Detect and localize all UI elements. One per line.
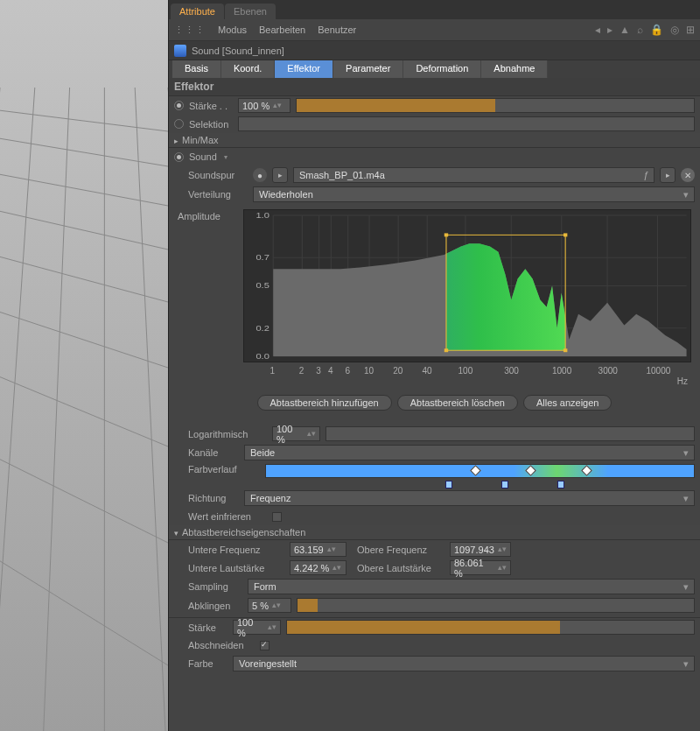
viewport[interactable] — [0, 0, 169, 731]
sound-object-icon — [174, 45, 186, 57]
color-dropdown[interactable]: Voreingestellt — [233, 656, 695, 671]
decay-value[interactable]: 5 %▴▾ — [248, 598, 291, 613]
gradient-editor[interactable] — [265, 464, 695, 478]
soundfile-field[interactable]: Smash_BP_01.m4aƒ — [293, 167, 654, 183]
new-icon[interactable]: ⊞ — [686, 24, 695, 36]
anim-key-button[interactable]: ● — [253, 168, 267, 182]
nav-up-icon[interactable]: ▲ — [620, 24, 630, 36]
upper-vol-label: Obere Lautstärke — [357, 563, 444, 573]
channels-row: Kanäle Beide — [169, 443, 700, 462]
channels-label: Kanäle — [188, 447, 239, 458]
strength2-row: Stärke 100 %▴▾ — [169, 618, 700, 636]
selection-row: Selektion — [169, 115, 700, 133]
menu-user[interactable]: Benutzer — [318, 25, 356, 35]
distribution-row: Verteilung Wiederholen — [169, 185, 700, 204]
nav-fwd-icon[interactable]: ▸ — [607, 24, 612, 36]
svg-rect-39 — [564, 233, 567, 236]
clip-checkbox[interactable] — [260, 641, 270, 650]
svg-text:0.0: 0.0 — [256, 351, 270, 361]
selection-label: Selektion — [189, 119, 233, 130]
menu-mode[interactable]: Modus — [218, 25, 247, 35]
sound-header: Sound — [189, 151, 217, 162]
play-button[interactable]: ▸ — [272, 167, 288, 183]
sampling-dropdown[interactable]: Form — [248, 579, 695, 594]
svg-text:0.2: 0.2 — [256, 322, 270, 332]
chart-buttons: Abtastbereich hinzufügen Abtastbereich l… — [169, 390, 700, 416]
minmax-row[interactable]: ▸Min/Max — [169, 133, 700, 148]
nav-back-icon[interactable]: ◂ — [595, 24, 600, 36]
show-all-button[interactable]: Alles anzeigen — [523, 395, 612, 411]
toolbar: ⋮⋮⋮ Modus Bearbeiten Benutzer ◂ ▸ ▲ ⌕ 🔒 … — [169, 19, 700, 41]
sampling-props-header[interactable]: ▾Abtastbereichseigenschaften — [169, 525, 700, 540]
clip-label: Abschneiden — [188, 640, 255, 650]
chevron-down-icon: ▾ — [174, 529, 178, 538]
tab-layers[interactable]: Ebenen — [225, 4, 276, 19]
direction-row: Richtung Frequenz — [169, 489, 700, 508]
svg-rect-36 — [444, 348, 448, 352]
upper-freq-label: Obere Frequenz — [357, 545, 444, 555]
selection-field[interactable] — [238, 116, 695, 131]
upper-freq-value[interactable]: 1097.943▴▾ — [450, 542, 511, 557]
browse-button[interactable]: ▸ — [660, 167, 676, 183]
vol-row: Untere Lautstärke 4.242 %▴▾ Obere Lautst… — [169, 559, 700, 577]
attribute-panel: Attribute Ebenen ⋮⋮⋮ Modus Bearbeiten Be… — [169, 0, 700, 731]
amplitude-chart[interactable]: 0.00.20.50.71.0 — [243, 209, 691, 362]
strength-radio[interactable] — [174, 101, 184, 110]
strength2-slider[interactable] — [286, 620, 695, 635]
subtab-deformation[interactable]: Deformation — [403, 60, 481, 78]
search-icon[interactable]: ⌕ — [637, 24, 643, 36]
x-axis-unit: Hz — [243, 376, 691, 386]
add-range-button[interactable]: Abtastbereich hinzufügen — [257, 395, 392, 411]
lower-vol-value[interactable]: 4.242 %▴▾ — [290, 560, 346, 575]
gradient-row: Farbverlauf — [169, 462, 700, 489]
strength2-label: Stärke — [188, 622, 228, 633]
strength-value[interactable]: 100 %▴▾ — [238, 98, 290, 113]
decay-row: Abklingen 5 %▴▾ — [169, 596, 700, 615]
sound-radio[interactable] — [174, 152, 184, 162]
decay-slider[interactable] — [297, 598, 695, 613]
subtabs: Basis Koord. Effektor Parameter Deformat… — [169, 60, 700, 78]
svg-text:0.7: 0.7 — [256, 252, 270, 262]
strength-slider[interactable] — [296, 98, 695, 113]
svg-rect-37 — [444, 233, 448, 236]
distribution-label: Verteilung — [188, 189, 248, 200]
grip-icon[interactable]: ⋮⋮⋮ — [174, 25, 206, 36]
panel-tabs: Attribute Ebenen — [169, 0, 700, 19]
section-effektor: Effektor — [169, 78, 700, 96]
subtab-parameter[interactable]: Parameter — [333, 60, 403, 78]
lower-freq-value[interactable]: 63.159▴▾ — [290, 542, 346, 557]
log-label: Logarithmisch — [188, 429, 267, 439]
svg-text:1.0: 1.0 — [256, 209, 270, 219]
freeze-row: Wert einfrieren — [169, 508, 700, 525]
selection-radio[interactable] — [174, 119, 184, 129]
log-row: Logarithmisch 100 %▴▾ — [169, 425, 700, 443]
decay-label: Abklingen — [188, 601, 242, 611]
svg-rect-0 — [0, 0, 168, 731]
freeze-checkbox[interactable] — [272, 512, 282, 522]
delete-range-button[interactable]: Abtastbereich löschen — [397, 395, 518, 411]
lock-icon[interactable]: 🔒 — [650, 24, 663, 36]
tab-attribute[interactable]: Attribute — [171, 4, 224, 19]
clear-button[interactable]: ✕ — [681, 168, 695, 182]
svg-text:0.5: 0.5 — [256, 280, 270, 290]
chevron-down-icon[interactable]: ▾ — [224, 153, 228, 161]
upper-vol-value[interactable]: 86.061 %▴▾ — [450, 560, 511, 575]
subtab-koord[interactable]: Koord. — [221, 60, 275, 78]
strength2-value[interactable]: 100 %▴▾ — [233, 620, 281, 635]
soundtrack-row: Soundspur ● ▸ Smash_BP_01.m4aƒ ▸ ✕ — [169, 165, 700, 185]
lower-freq-label: Untere Frequenz — [188, 545, 284, 555]
distribution-dropdown[interactable]: Wiederholen — [253, 186, 695, 202]
lower-vol-label: Untere Lautstärke — [188, 563, 284, 573]
menu-edit[interactable]: Bearbeiten — [259, 25, 305, 35]
object-title-bar: Sound [Sound_innen] — [169, 41, 700, 60]
log-slider[interactable] — [326, 426, 695, 441]
channels-dropdown[interactable]: Beide — [244, 445, 695, 460]
subtab-abnahme[interactable]: Abnahme — [481, 60, 548, 78]
direction-dropdown[interactable]: Frequenz — [244, 490, 695, 506]
subtab-basis[interactable]: Basis — [172, 60, 221, 78]
object-title: Sound [Sound_innen] — [192, 46, 284, 56]
subtab-effektor[interactable]: Effektor — [275, 60, 333, 78]
config-icon[interactable]: ◎ — [670, 24, 679, 36]
sampling-row: Sampling Form — [169, 577, 700, 596]
log-value[interactable]: 100 %▴▾ — [272, 426, 320, 441]
